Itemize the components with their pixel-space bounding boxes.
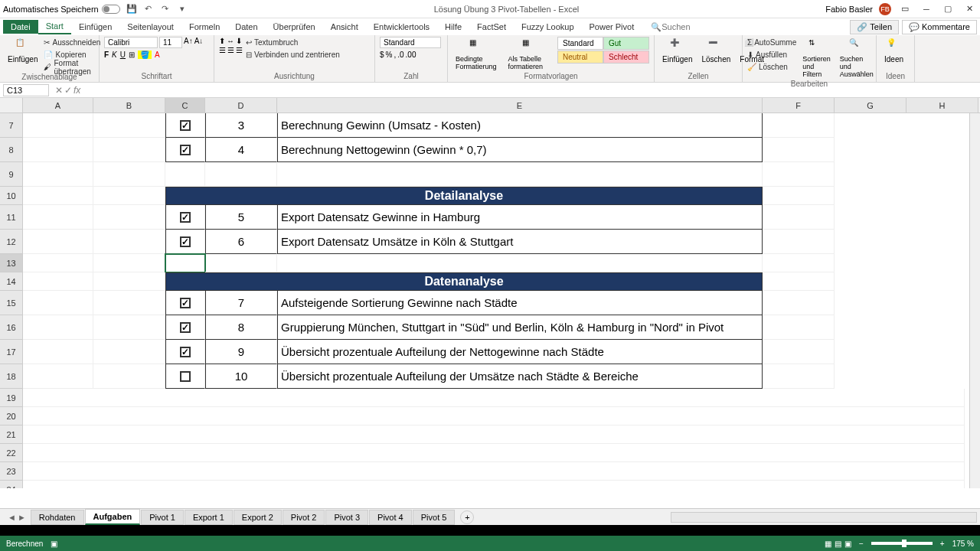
- col-header-d[interactable]: D: [205, 98, 277, 112]
- cell-text[interactable]: Berechnung Gewinn (Umsatz - Kosten): [277, 113, 763, 138]
- col-header-g[interactable]: G: [835, 98, 906, 112]
- sheet-tab[interactable]: Export 1: [185, 510, 233, 525]
- clear-button[interactable]: 🧹 Löschen: [747, 61, 796, 73]
- paste-button[interactable]: 📋Einfügen: [5, 37, 41, 73]
- cell[interactable]: [93, 272, 165, 291]
- align-left-icon[interactable]: ☰: [219, 46, 226, 54]
- cell[interactable]: [23, 340, 93, 364]
- conditional-format-button[interactable]: ▦Bedingte Formatierung: [452, 37, 502, 72]
- cell[interactable]: [23, 272, 93, 291]
- cell[interactable]: [763, 205, 835, 230]
- ideas-button[interactable]: 💡Ideen: [881, 37, 906, 72]
- currency-icon[interactable]: $: [380, 51, 384, 59]
- tab-einfuegen[interactable]: Einfügen: [71, 20, 119, 34]
- macro-record-icon[interactable]: ▣: [51, 540, 57, 548]
- share-button[interactable]: 🔗 Teilen: [850, 20, 899, 34]
- ribbon-display-icon[interactable]: ▭: [897, 2, 913, 17]
- tab-formeln[interactable]: Formeln: [181, 20, 227, 34]
- sheet-tab[interactable]: Pivot 1: [141, 510, 184, 525]
- vertical-scrollbar[interactable]: [969, 113, 980, 488]
- cell[interactable]: [23, 162, 93, 187]
- section-header[interactable]: Detailanalyse: [165, 187, 763, 205]
- cancel-formula-icon[interactable]: ✕: [55, 85, 63, 96]
- row-header-7[interactable]: 7: [0, 113, 23, 138]
- cell-text[interactable]: Aufsteigende Sortierung Gewinne nach Stä…: [277, 291, 763, 315]
- font-color-button[interactable]: A: [155, 51, 160, 59]
- tab-hilfe[interactable]: Hilfe: [437, 20, 469, 34]
- redo-icon[interactable]: ↷: [160, 4, 171, 15]
- cell[interactable]: [93, 205, 165, 230]
- cell[interactable]: [763, 364, 835, 389]
- zoom-level[interactable]: 175 %: [952, 540, 974, 548]
- cell-num[interactable]: 6: [205, 230, 277, 254]
- row-header-21[interactable]: 21: [0, 425, 23, 444]
- row-header-20[interactable]: 20: [0, 407, 23, 425]
- cell[interactable]: [93, 138, 165, 162]
- col-header-e[interactable]: E: [277, 98, 763, 112]
- cell-text[interactable]: Übersicht prozentuale Aufteilung der Ums…: [277, 364, 763, 389]
- close-icon[interactable]: ✕: [962, 2, 977, 17]
- row-header-23[interactable]: 23: [0, 462, 23, 481]
- autosum-button[interactable]: Σ AutoSumme: [747, 37, 796, 48]
- insert-cells-button[interactable]: ➕Einfügen: [659, 37, 695, 72]
- cell[interactable]: [763, 272, 835, 291]
- cell[interactable]: [205, 254, 277, 272]
- cell[interactable]: [93, 230, 165, 254]
- selected-cell[interactable]: [165, 254, 205, 272]
- normal-view-icon[interactable]: ▦: [825, 540, 831, 548]
- cell[interactable]: [93, 315, 165, 340]
- checkbox-icon[interactable]: [180, 120, 191, 131]
- cell[interactable]: [93, 364, 165, 389]
- cell[interactable]: [205, 162, 277, 187]
- cell[interactable]: [763, 162, 835, 187]
- tab-ansicht[interactable]: Ansicht: [323, 20, 366, 34]
- cell[interactable]: [763, 315, 835, 340]
- col-header-f[interactable]: F: [763, 98, 835, 112]
- tab-fuzzy[interactable]: Fuzzy Lookup: [514, 20, 581, 34]
- user-avatar[interactable]: FB: [879, 3, 891, 15]
- cell[interactable]: [23, 291, 93, 315]
- sheet-next-icon[interactable]: ►: [18, 513, 26, 522]
- cell-checkbox[interactable]: [165, 340, 205, 364]
- align-right-icon[interactable]: ☰: [236, 46, 243, 54]
- checkbox-icon[interactable]: [180, 347, 191, 357]
- cell[interactable]: [93, 291, 165, 315]
- style-neutral[interactable]: Neutral: [557, 51, 603, 64]
- cell[interactable]: [23, 444, 965, 462]
- horizontal-scrollbar[interactable]: [671, 512, 977, 523]
- font-grow-icon[interactable]: A↑: [184, 37, 193, 48]
- cell-text[interactable]: Export Datensatz Umsätze in Köln & Stutt…: [277, 230, 763, 254]
- row-header-24[interactable]: 24: [0, 481, 23, 488]
- cell[interactable]: [93, 254, 165, 272]
- cell[interactable]: [93, 187, 165, 205]
- checkbox-icon[interactable]: [180, 371, 191, 382]
- undo-icon[interactable]: ↶: [143, 4, 154, 15]
- confirm-formula-icon[interactable]: ✓: [64, 85, 72, 96]
- page-layout-icon[interactable]: ▤: [835, 540, 841, 548]
- cell-num[interactable]: 9: [205, 340, 277, 364]
- cell-checkbox[interactable]: [165, 364, 205, 389]
- checkbox-icon[interactable]: [180, 236, 191, 247]
- sheet-tab[interactable]: Pivot 5: [413, 510, 456, 525]
- cell[interactable]: [93, 113, 165, 138]
- tab-start[interactable]: Start: [38, 19, 71, 34]
- col-header-h[interactable]: H: [906, 98, 978, 112]
- cell[interactable]: [23, 407, 965, 425]
- cell[interactable]: [763, 230, 835, 254]
- cell-num[interactable]: 8: [205, 315, 277, 340]
- delete-cells-button[interactable]: ➖Löschen: [698, 37, 733, 72]
- cell[interactable]: [23, 389, 965, 407]
- row-header-17[interactable]: 17: [0, 340, 23, 364]
- cell-text[interactable]: Übersicht prozentuale Aufteilung der Net…: [277, 340, 763, 364]
- section-header[interactable]: Datenanalyse: [165, 272, 763, 291]
- font-name-select[interactable]: [104, 37, 158, 48]
- italic-button[interactable]: K: [112, 51, 117, 59]
- cell-num[interactable]: 10: [205, 364, 277, 389]
- cell[interactable]: [763, 113, 835, 138]
- spreadsheet-grid[interactable]: A B C D E F G H 7 3 Berechnung Gewinn (U…: [0, 98, 980, 488]
- cell-checkbox[interactable]: [165, 230, 205, 254]
- cell-checkbox[interactable]: [165, 138, 205, 162]
- merge-button[interactable]: ⊟ Verbinden und zentrieren: [246, 49, 340, 60]
- row-header-19[interactable]: 19: [0, 389, 23, 407]
- cell[interactable]: [763, 138, 835, 162]
